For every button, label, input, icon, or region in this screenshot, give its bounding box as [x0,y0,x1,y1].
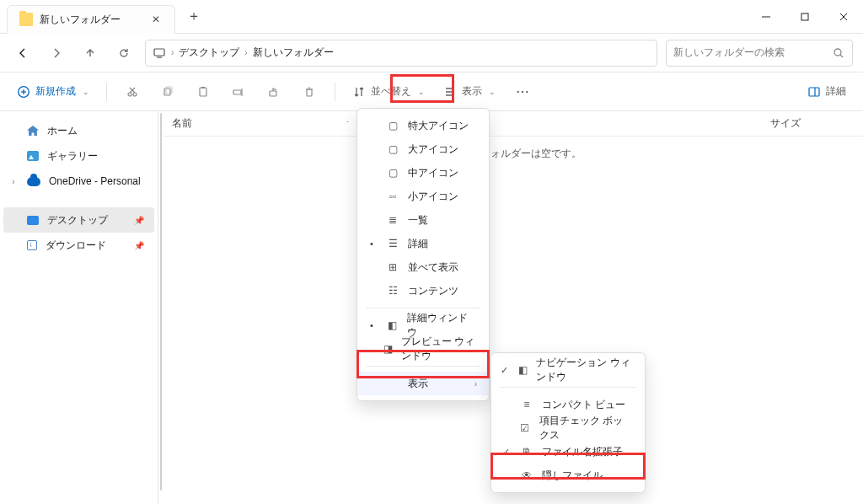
up-button[interactable] [78,40,103,66]
refresh-button[interactable] [111,40,137,66]
toolbar: 新規作成 ⌄ 並べ替え ⌄ 表示 ⌄ ⋯ 詳細 [0,72,863,111]
menu-item-item-checkboxes[interactable]: ☑項目チェック ボックス [491,416,645,440]
pin-icon: 📌 [134,216,144,225]
menu-item-compact-view[interactable]: ≡コンパクト ビュー [491,393,645,416]
details-icon: ☰ [386,238,399,249]
show-submenu: ✓◧ナビゲーション ウィンドウ ≡コンパクト ビュー ☑項目チェック ボックス … [490,352,646,493]
more-button[interactable]: ⋯ [507,78,538,105]
chevron-right-icon: › [474,379,477,389]
pin-icon: 📌 [134,241,144,250]
tiles-icon: ⊞ [386,261,399,273]
navigation-bar: › デスクトップ › 新しいフォルダー 新しいフォルダーの検索 [0,34,863,72]
svg-rect-21 [270,91,276,96]
tab[interactable]: 新しいフォルダー ✕ [7,5,175,34]
window-controls [747,1,863,33]
view-menu: ▢特大アイコン ▢大アイコン ▢中アイコン ▫▫小アイコン ≣一覧 •☰詳細 ⊞… [356,108,490,401]
sidebar-item-downloads[interactable]: ダウンロード📌 [3,233,154,258]
compact-view-icon: ≡ [520,399,533,410]
menu-item-tiles[interactable]: ⊞並べて表示 [357,255,489,279]
svg-rect-18 [201,87,205,88]
medium-icons-icon: ▢ [386,167,399,179]
chevron-down-icon: ⌄ [418,88,425,96]
breadcrumb[interactable]: › デスクトップ › 新しいフォルダー [145,40,657,67]
column-headers: 名前ˆ サイズ [163,111,863,137]
menu-item-show-submenu[interactable]: 表示› [357,372,489,395]
sidebar-item-desktop[interactable]: デスクトップ📌 [3,207,154,233]
search-input[interactable]: 新しいフォルダーの検索 [666,40,853,67]
rename-button[interactable] [223,78,254,105]
svg-rect-16 [166,87,172,94]
cut-button[interactable] [117,78,147,105]
preview-pane-icon: ◨ [383,343,393,355]
menu-separator [366,308,480,308]
menu-item-navigation-pane[interactable]: ✓◧ナビゲーション ウィンドウ [491,358,645,382]
sidebar-item-gallery[interactable]: ギャラリー [3,143,154,169]
delete-button[interactable] [294,78,324,105]
menu-separator [500,387,636,388]
sidebar-item-onedrive[interactable]: ›OneDrive - Personal [3,169,154,194]
breadcrumb-segment[interactable]: 新しいフォルダー [253,46,334,60]
menu-item-hidden-items[interactable]: 👁隠しファイル [491,464,645,487]
list-icon: ≣ [386,214,399,226]
sort-button[interactable]: 並べ替え ⌄ [346,78,432,105]
tab-close-button[interactable]: ✕ [149,13,163,26]
breadcrumb-segment[interactable]: デスクトップ [179,46,239,60]
minimize-button[interactable] [747,1,785,33]
cloud-icon [27,177,40,186]
new-button[interactable]: 新規作成 ⌄ [10,78,96,105]
svg-rect-4 [154,49,164,56]
menu-item-file-extensions[interactable]: ✓🗎ファイル名拡張子 [491,440,645,464]
large-icons-icon: ▢ [386,143,399,155]
svg-point-6 [834,49,841,56]
small-icons-icon: ▫▫ [386,190,399,202]
gallery-icon [27,151,39,161]
svg-rect-28 [809,88,819,96]
menu-item-extra-large-icons[interactable]: ▢特大アイコン [357,114,489,137]
eye-icon: 👁 [520,469,533,481]
search-icon [832,46,845,60]
column-name[interactable]: 名前ˆ [163,116,357,131]
separator [335,83,335,101]
details-pane-icon: ◧ [386,319,399,331]
forward-button[interactable] [44,40,69,66]
chevron-right-icon: › [171,48,174,57]
back-button[interactable] [10,40,35,66]
share-button[interactable] [259,78,289,105]
download-icon [27,240,37,250]
chevron-right-icon[interactable]: › [8,177,19,186]
title-bar: 新しいフォルダー ✕ ＋ [0,0,863,34]
svg-line-7 [840,55,843,57]
menu-item-list[interactable]: ≣一覧 [357,208,489,232]
svg-rect-22 [307,89,312,96]
menu-item-small-icons[interactable]: ▫▫小アイコン [357,185,489,208]
folder-icon [19,13,33,26]
paste-button[interactable] [188,78,218,105]
navigation-sidebar: ホーム ギャラリー ›OneDrive - Personal デスクトップ📌 ダ… [0,111,158,504]
view-button[interactable]: 表示 ⌄ [437,78,502,105]
menu-item-details[interactable]: •☰詳細 [357,232,489,255]
monitor-icon [153,46,166,60]
menu-item-content[interactable]: ☷コンテンツ [357,279,489,303]
tab-title: 新しいフォルダー [40,13,142,27]
sidebar-item-home[interactable]: ホーム [3,118,154,143]
menu-item-details-pane[interactable]: •◧詳細ウィンドウ [357,314,489,337]
chevron-down-icon: ⌄ [83,88,89,96]
svg-rect-17 [200,88,206,96]
sort-indicator-icon: ˆ [346,120,349,127]
maximize-button[interactable] [785,1,824,33]
new-tab-button[interactable]: ＋ [180,3,207,30]
content-icon: ☷ [386,285,399,297]
menu-item-large-icons[interactable]: ▢大アイコン [357,137,489,161]
navigation-pane-icon: ◧ [517,364,528,376]
column-size[interactable]: サイズ [762,116,863,131]
menu-item-medium-icons[interactable]: ▢中アイコン [357,161,489,185]
svg-rect-1 [801,13,808,20]
extra-large-icons-icon: ▢ [386,120,399,131]
menu-item-preview-pane[interactable]: ◨プレビュー ウィンドウ [357,337,489,361]
menu-separator [366,366,480,367]
svg-rect-15 [164,88,170,95]
svg-point-11 [128,93,131,96]
close-button[interactable] [824,1,863,33]
copy-button[interactable] [153,78,183,105]
details-pane-button[interactable]: 詳細 [801,78,853,105]
